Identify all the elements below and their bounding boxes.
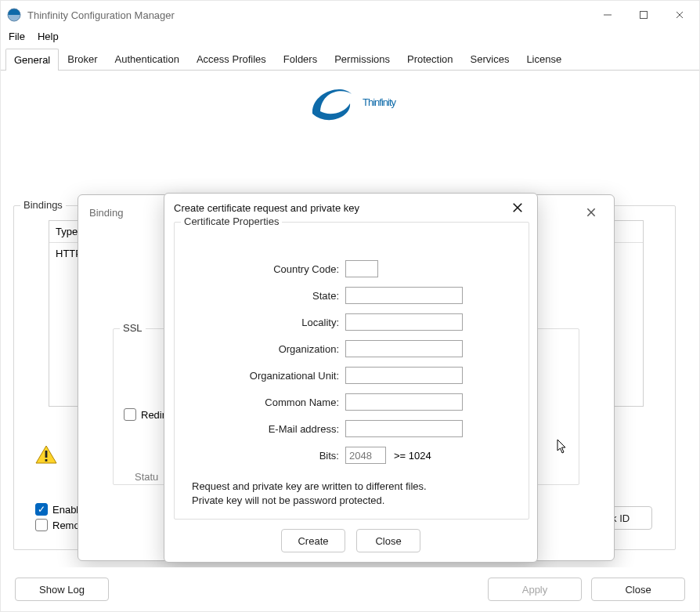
certificate-properties-groupbox: Certificate Properties Country Code: Sta…: [174, 222, 529, 520]
warning-icon: [35, 445, 57, 464]
tab-protection[interactable]: Protection: [399, 48, 462, 70]
main-close-button[interactable]: Close: [591, 578, 685, 601]
firewall-checkbox[interactable]: [35, 503, 48, 516]
country-code-input[interactable]: [345, 260, 378, 277]
svg-rect-3: [640, 12, 648, 19]
state-label: State:: [189, 290, 345, 302]
certificate-form: Country Code: State: Locality: Organizat…: [189, 260, 518, 473]
certificate-properties-legend: Certificate Properties: [181, 215, 282, 227]
email-label: E-Mail address:: [189, 423, 345, 435]
tab-services[interactable]: Services: [462, 48, 518, 70]
bottom-bar: Show Log Apply Close: [1, 567, 699, 611]
certificate-note-line2: Private key will not be password protect…: [192, 494, 521, 508]
tab-general[interactable]: General: [5, 49, 59, 71]
tab-strip: General Broker Authentication Access Pro…: [1, 46, 699, 71]
ssl-legend: SSL: [120, 322, 146, 334]
binding-dialog-close-button[interactable]: [579, 203, 603, 222]
locality-label: Locality:: [189, 317, 345, 328]
common-name-input[interactable]: [345, 393, 463, 411]
certificate-dialog-title: Create certificate request and private k…: [174, 202, 359, 214]
state-input[interactable]: [345, 287, 463, 304]
show-log-button[interactable]: Show Log: [15, 578, 109, 601]
bits-label: Bits:: [189, 450, 345, 462]
logo-swirl-icon: [305, 78, 359, 125]
common-name-label: Common Name:: [189, 397, 345, 408]
tab-license[interactable]: License: [518, 48, 570, 70]
menu-help[interactable]: Help: [36, 29, 60, 46]
org-unit-input[interactable]: [345, 367, 463, 384]
titlebar: Thinfinity Configuration Manager: [1, 1, 699, 29]
certificate-dialog: Create certificate request and private k…: [164, 193, 538, 563]
tab-authentication[interactable]: Authentication: [106, 48, 188, 70]
certificate-note-line1: Request and private key are written to d…: [192, 480, 521, 494]
org-unit-label: Organizational Unit:: [189, 370, 345, 382]
menubar: File Help: [1, 29, 699, 46]
tab-broker[interactable]: Broker: [59, 48, 106, 70]
tab-permissions[interactable]: Permissions: [326, 48, 399, 70]
logo-text: Thinfinity: [363, 96, 395, 108]
apply-button[interactable]: Apply: [488, 578, 582, 601]
bits-input[interactable]: [345, 447, 386, 464]
window-close-button[interactable]: [662, 2, 698, 27]
menu-file[interactable]: File: [7, 29, 27, 46]
certificate-dialog-buttons: Create Close: [164, 529, 537, 552]
certificate-dialog-close-button[interactable]: [507, 200, 528, 215]
cert-close-button[interactable]: Close: [356, 529, 420, 552]
email-input[interactable]: [345, 420, 463, 437]
locality-input[interactable]: [345, 313, 463, 331]
content-area: Thinfinity Bindings Type HTTP t: New: [1, 71, 699, 565]
binding-dialog-title: Binding: [89, 207, 123, 219]
app-icon: [7, 8, 21, 22]
window-maximize-button[interactable]: [626, 2, 662, 27]
window-minimize-button[interactable]: [590, 2, 626, 27]
bits-hint: >= 1024: [394, 450, 431, 462]
tab-access-profiles[interactable]: Access Profiles: [188, 48, 275, 70]
organization-label: Organization:: [189, 343, 345, 355]
redirect-checkbox[interactable]: [124, 408, 136, 421]
certificate-note: Request and private key are written to d…: [192, 480, 521, 507]
svg-rect-7: [45, 451, 48, 458]
remove-header-checkbox[interactable]: [35, 519, 48, 531]
svg-rect-8: [45, 459, 48, 462]
window-title: Thinfinity Configuration Manager: [27, 9, 590, 21]
bindings-legend: Bindings: [20, 199, 66, 211]
organization-input[interactable]: [345, 340, 463, 357]
country-code-label: Country Code:: [189, 263, 345, 275]
create-button[interactable]: Create: [281, 529, 345, 552]
logo: Thinfinity: [305, 78, 395, 125]
tab-folders[interactable]: Folders: [275, 48, 326, 70]
logo-area: Thinfinity: [1, 78, 699, 125]
binding-status-label-fragment: Statu: [135, 471, 158, 483]
app-window: Thinfinity Configuration Manager File He…: [0, 0, 700, 612]
